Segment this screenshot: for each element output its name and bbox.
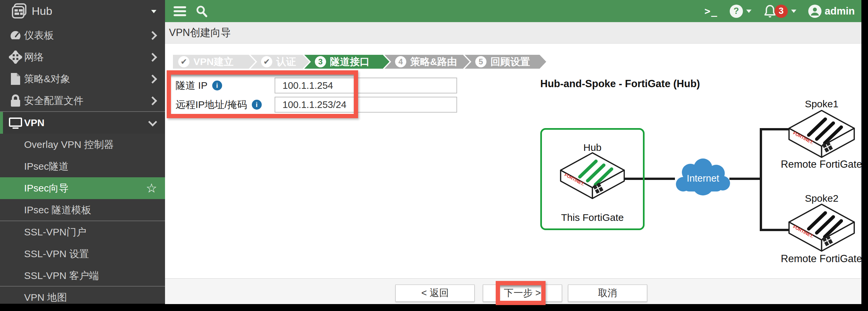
document-icon (8, 72, 23, 86)
spoke1-label: Spoke1 (788, 98, 856, 110)
arrows-move-icon (8, 50, 23, 64)
spoke1-fortigate-device: FORTINET. (788, 108, 856, 159)
sidebar: Hub 仪表板 网络 策略&对象 (0, 0, 165, 304)
tunnel-ip-label: 隧道 IP i (176, 77, 222, 93)
diagram-title: Hub-and-Spoke - FortiGate (Hub) (540, 78, 700, 90)
step-number-icon: 4 (395, 56, 406, 67)
username: admin (825, 5, 855, 17)
sidebar-item-network[interactable]: 网络 (0, 46, 165, 68)
user-menu-button[interactable]: admin (808, 5, 855, 18)
step-number-icon: 3 (315, 56, 326, 67)
page-title: VPN创建向导 (169, 26, 231, 40)
info-icon[interactable]: i (252, 100, 262, 110)
sidebar-item-sslvpn-settings[interactable]: SSL-VPN 设置 (0, 243, 165, 265)
gauge-icon (8, 28, 23, 42)
check-icon: ✔ (261, 56, 272, 67)
remote-ip-input[interactable] (275, 97, 457, 113)
trunk-line (760, 128, 762, 231)
cli-console-button[interactable]: >_ (705, 5, 718, 17)
wizard-step-2[interactable]: ✔ 认证 (250, 55, 309, 69)
caret-down-icon (791, 9, 796, 13)
sidebar-item-vpn[interactable]: VPN (0, 112, 165, 134)
sidebar-item-security-profiles[interactable]: 安全配置文件 (0, 90, 165, 112)
page-title-bar: VPN创建向导 (165, 22, 861, 43)
search-icon (195, 5, 208, 18)
search-button[interactable] (195, 5, 208, 18)
wizard-step-4[interactable]: 4 策略&路由 (384, 55, 470, 69)
menu-toggle-button[interactable] (174, 4, 186, 18)
internet-label: Internet (670, 173, 736, 184)
spoke2-fortigate-device: FORTINET. (788, 202, 856, 253)
step-number-icon: 5 (475, 56, 487, 67)
sidebar-item-ipsec-tunnel-templates[interactable]: IPsec 隧道模板 (0, 199, 165, 221)
cancel-button[interactable]: 取消 (568, 285, 647, 302)
info-icon[interactable]: i (212, 81, 222, 90)
remote-ip-label: 远程IP地址/掩码 i (176, 97, 262, 113)
chevron-down-icon (148, 118, 157, 126)
wizard-step-3[interactable]: 3 隧道接口 (304, 55, 390, 69)
user-avatar-icon (808, 5, 822, 18)
chevron-right-icon (148, 31, 157, 40)
notification-count-badge: 3 (775, 5, 788, 18)
help-menu-button[interactable]: ? (730, 5, 751, 18)
hub-fortigate-device: FORTINET. (559, 151, 625, 201)
vdom-name: Hub (32, 5, 52, 18)
caret-down-icon (746, 9, 751, 13)
internet-cloud: Internet (670, 158, 736, 199)
wizard-step-5[interactable]: 5 回顾设置 (465, 55, 546, 69)
spoke2-caption: Remote FortiGate (775, 253, 868, 265)
notifications-button[interactable]: 3 (764, 4, 796, 18)
monitor-icon (8, 116, 23, 130)
sidebar-item-sslvpn-portals[interactable]: SSL-VPN门户 (0, 221, 165, 243)
back-button[interactable]: < 返回 (395, 285, 474, 302)
fortigate-app: Hub 仪表板 网络 策略&对象 (0, 0, 861, 304)
help-icon: ? (730, 5, 743, 18)
wizard-step-1[interactable]: ✔ VPN建立 (173, 55, 255, 69)
chevron-right-icon (148, 53, 157, 62)
check-icon: ✔ (178, 56, 189, 67)
sidebar-item-ipsec-tunnels[interactable]: IPsec隧道 (0, 156, 165, 177)
vdom-selector[interactable]: Hub (0, 0, 165, 22)
fortigate-logo-icon (11, 3, 28, 20)
favorite-star-icon[interactable]: ☆ (146, 182, 157, 194)
spoke1-caption: Remote FortiGate (775, 158, 868, 170)
sidebar-item-sslvpn-clients[interactable]: SSL-VPN 客户端 (0, 265, 165, 286)
lock-icon (8, 94, 23, 107)
sidebar-item-policy-objects[interactable]: 策略&对象 (0, 68, 165, 90)
wizard-footer: < 返回 下一步 > 取消 (165, 278, 861, 304)
spoke2-line (760, 229, 789, 231)
hub-caption: This FortiGate (540, 212, 645, 223)
chevron-right-icon (148, 96, 157, 105)
spoke1-line (760, 128, 789, 130)
sidebar-item-overlay-vpn-controller[interactable]: Overlay VPN 控制器 (0, 134, 165, 156)
vdom-caret-down-icon (151, 10, 156, 13)
sidebar-item-vpn-map[interactable]: VPN 地图 (0, 286, 165, 304)
tunnel-ip-input[interactable] (275, 77, 457, 93)
chevron-right-icon (148, 74, 157, 84)
sidebar-item-ipsec-wizard[interactable]: IPsec向导 ☆ (0, 177, 165, 199)
sidebar-item-dashboard[interactable]: 仪表板 (0, 25, 165, 46)
next-button[interactable]: 下一步 > (483, 285, 562, 302)
topbar: >_ ? 3 admin (165, 0, 861, 22)
